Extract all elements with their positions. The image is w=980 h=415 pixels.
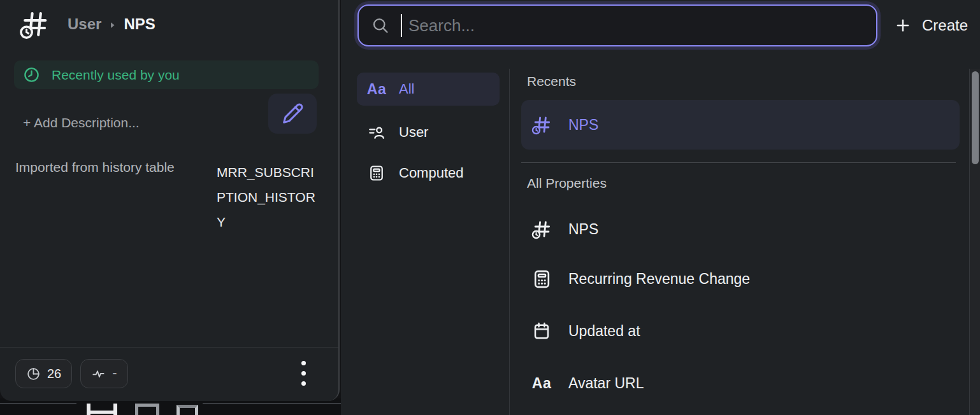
- breadcrumb-current: NPS: [124, 15, 155, 33]
- history-clock-icon: [23, 66, 40, 83]
- property-item-recurring-revenue-change[interactable]: Recurring Revenue Change: [521, 260, 960, 298]
- number-history-icon: [530, 114, 553, 136]
- number-history-icon: [530, 218, 553, 240]
- trend-pill[interactable]: -: [80, 359, 127, 388]
- scrollbar-track[interactable]: [969, 69, 980, 415]
- recently-used-label: Recently used by you: [52, 67, 180, 83]
- activity-icon: [91, 367, 106, 381]
- category-label: Computed: [399, 165, 464, 181]
- background-column-icon: [177, 405, 198, 415]
- results-divider: [509, 69, 510, 415]
- property-item-avatar-url[interactable]: Aa Avatar URL: [521, 364, 960, 402]
- calculator-icon: [530, 269, 553, 290]
- pie-chart-icon: [26, 367, 41, 381]
- background-line: [203, 403, 341, 404]
- search-text-field[interactable]: [407, 16, 863, 36]
- section-divider: [521, 162, 956, 163]
- edit-description-button[interactable]: [268, 94, 317, 134]
- result-label: Updated at: [568, 323, 640, 340]
- background-column-icon: [87, 404, 117, 415]
- screen: User NPS Recently used by you + Add Desc…: [0, 0, 980, 415]
- kebab-dot: [301, 361, 306, 365]
- result-label: Avatar URL: [568, 375, 644, 392]
- more-options-button[interactable]: [294, 356, 312, 390]
- text-caret: [401, 14, 402, 37]
- result-label: NPS: [568, 221, 598, 238]
- panel-header: User NPS: [19, 9, 155, 39]
- category-label: All: [399, 81, 414, 97]
- category-tab-all[interactable]: Aa All: [357, 73, 500, 106]
- plus-icon: [894, 17, 912, 34]
- create-button-label: Create: [922, 17, 968, 34]
- panel-footer: 26 -: [0, 347, 338, 401]
- result-label: Recurring Revenue Change: [568, 271, 750, 288]
- calendar-icon: [530, 321, 553, 341]
- distribution-count-pill[interactable]: 26: [15, 359, 72, 388]
- trend-value: -: [112, 365, 117, 381]
- user-list-icon: [367, 123, 386, 141]
- calculator-icon: [367, 164, 386, 182]
- breadcrumb-parent[interactable]: User: [68, 15, 101, 33]
- recent-item-nps[interactable]: NPS: [521, 100, 960, 150]
- pencil-icon: [281, 102, 304, 125]
- all-properties-header: All Properties: [527, 176, 607, 191]
- breadcrumb: User NPS: [68, 15, 155, 33]
- distribution-count: 26: [47, 367, 61, 381]
- property-item-updated-at[interactable]: Updated at: [521, 312, 960, 350]
- category-tab-user[interactable]: User: [357, 116, 500, 149]
- import-source-label: Imported from history table: [15, 160, 175, 234]
- create-button[interactable]: Create: [894, 10, 968, 41]
- background-column-icon: [135, 404, 159, 415]
- chevron-right-icon: [108, 20, 117, 30]
- number-history-icon: [19, 9, 50, 39]
- text-format-icon: Aa: [530, 375, 553, 392]
- kebab-dot: [301, 371, 306, 376]
- add-description-button[interactable]: + Add Description...: [23, 115, 140, 130]
- recents-header: Recents: [527, 74, 576, 89]
- property-item-nps[interactable]: NPS: [521, 210, 960, 248]
- import-source-row: Imported from history table MRR_SUBSCRIP…: [15, 160, 319, 234]
- kebab-dot: [301, 381, 306, 386]
- import-source-value: MRR_SUBSCRIPTION_HISTORY: [217, 160, 319, 234]
- category-tab-computed[interactable]: Computed: [357, 157, 500, 190]
- property-details-panel: User NPS Recently used by you + Add Desc…: [0, 0, 340, 401]
- recently-used-badge: Recently used by you: [14, 60, 319, 89]
- scrollbar-thumb[interactable]: [972, 71, 979, 164]
- search-bar-focus-ring: [354, 1, 881, 50]
- search-input[interactable]: [357, 4, 877, 46]
- text-format-icon: Aa: [367, 81, 386, 98]
- search-icon: [371, 17, 389, 34]
- background-line: [0, 403, 76, 404]
- result-label: NPS: [568, 116, 598, 134]
- category-label: User: [399, 124, 428, 141]
- property-search-dropdown: Create Aa All User: [341, 0, 980, 415]
